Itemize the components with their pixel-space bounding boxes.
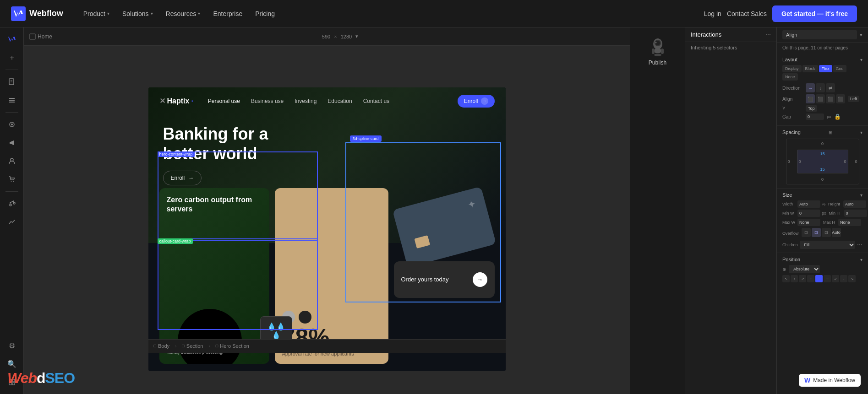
overflow-buttons: ⊡ ⊡ ⊡ Auto — [802, 228, 841, 237]
spacing-arrow-icon[interactable]: ▾ — [860, 130, 863, 135]
sidebar-layers-icon[interactable] — [4, 92, 20, 108]
width-field: Width % — [782, 200, 825, 208]
align-stretch-icon[interactable]: ⬛ — [836, 94, 845, 103]
height-input[interactable] — [843, 200, 866, 208]
get-started-button[interactable]: Get started — it's free — [772, 5, 857, 22]
pos-topcenter-icon[interactable]: ↑ — [791, 275, 798, 282]
align-y-row: Y Top — [782, 105, 863, 112]
spacing-expand-icon[interactable]: ⊞ — [829, 130, 832, 135]
pos-center-icon[interactable]: · — [815, 275, 823, 282]
pos-bottomcenter-icon[interactable]: ↓ — [840, 275, 847, 282]
contact-sales-link[interactable]: Contact Sales — [727, 10, 767, 17]
pos-topright-icon[interactable]: ↗ — [799, 275, 806, 282]
children-row: Children Fill ⋯ — [782, 241, 863, 249]
site-hero-enroll-button[interactable]: Enroll → — [163, 171, 202, 185]
sidebar-add-icon[interactable]: ＋ — [4, 49, 20, 66]
width-input[interactable] — [797, 200, 820, 208]
pos-bottomleft-icon[interactable]: ↙ — [832, 275, 839, 282]
sidebar-settings-icon[interactable]: ⚙ — [4, 337, 20, 354]
sidebar-webflow-icon[interactable] — [4, 31, 20, 48]
nav-item-solutions[interactable]: Solutions ▾ — [117, 7, 158, 20]
nav-item-product[interactable]: Product ▾ — [78, 7, 115, 20]
sidebar-pages-icon[interactable] — [4, 74, 20, 90]
direction-right-icon[interactable]: → — [806, 83, 815, 92]
site-enroll-button[interactable]: Enroll → — [458, 95, 495, 108]
nav-item-resources[interactable]: Resources ▾ — [160, 7, 206, 20]
gap-unit: px — [827, 114, 831, 119]
selector-input[interactable] — [782, 30, 857, 39]
direction-down-icon[interactable]: ↓ — [816, 83, 825, 92]
align-right-icon[interactable]: ⬛ — [826, 94, 835, 103]
site-nav-investing[interactable]: Investing — [295, 98, 317, 104]
position-dropdown[interactable]: Absolute — [789, 265, 820, 273]
sidebar-audio-icon[interactable] — [4, 195, 20, 212]
site-nav-education[interactable]: Education — [328, 98, 352, 104]
spacing-grid: 0 0 0 0 15 15 0 0 — [786, 139, 859, 184]
sidebar-megaphone-icon[interactable] — [4, 135, 20, 151]
children-dropdown[interactable]: Fill — [800, 241, 855, 249]
layout-btn-none[interactable]: None — [782, 73, 798, 81]
direction-arrows: → ↓ ⇌ — [806, 83, 835, 92]
minw-input[interactable] — [797, 210, 820, 217]
breadcrumb-hero-section[interactable]: □ Hero Section — [216, 343, 249, 349]
selector-chevron-icon[interactable]: ▾ — [860, 32, 863, 38]
position-arrow-icon[interactable]: ▾ — [860, 257, 863, 262]
overflow-auto-icon[interactable]: Auto — [832, 228, 841, 237]
layout-btn-display[interactable]: Display — [782, 65, 802, 72]
gap-input[interactable] — [806, 113, 824, 120]
size-arrow-icon[interactable]: ▾ — [860, 193, 863, 198]
sidebar-users-icon[interactable] — [4, 153, 20, 169]
overflow-hidden-icon[interactable]: ⊡ — [812, 228, 821, 237]
direction-wrap-icon[interactable]: ⇌ — [826, 83, 835, 92]
pos-left-icon[interactable]: ← — [807, 275, 814, 282]
maxh-input[interactable] — [838, 219, 861, 226]
pos-right-icon[interactable]: → — [824, 275, 831, 282]
publish-label[interactable]: Publish — [649, 59, 666, 66]
position-section: Position ▾ ⊕ Absolute ↖ ↑ ↗ ← · → ↙ ↓ — [777, 253, 868, 288]
site-nav-personal-use[interactable]: Personal use — [208, 98, 240, 104]
breadcrumb-body[interactable]: □ Body — [154, 343, 170, 349]
order-card-arrow-icon[interactable]: → — [473, 272, 487, 287]
bottom-watermark: WebdSEO — [7, 370, 75, 387]
sidebar-components-icon[interactable] — [4, 116, 20, 133]
maxw-input[interactable] — [797, 219, 820, 226]
minh-input[interactable] — [844, 210, 867, 217]
credit-card-chip — [414, 235, 430, 248]
layout-btn-flex[interactable]: Flex — [819, 65, 832, 72]
align-left-icon[interactable]: ⬛ — [806, 94, 815, 103]
sidebar-ecommerce-icon[interactable] — [4, 171, 20, 188]
breadcrumb-section[interactable]: □ Section — [182, 343, 203, 349]
padding-right-value: 0 — [844, 159, 846, 164]
made-in-webflow-badge[interactable]: W Made in Webflow — [799, 374, 861, 387]
nav-item-pricing[interactable]: Pricing — [250, 7, 280, 20]
main-layout: ＋ ⚙ 🔍 — [0, 27, 868, 394]
canvas-content[interactable]: hero-content-wrap callout-card-wrap 3d-s… — [24, 46, 630, 394]
breadcrumb[interactable]: Home — [29, 33, 52, 40]
children-options-icon[interactable]: ⋯ — [857, 242, 863, 248]
maxw-field: Max W — [782, 219, 820, 226]
overflow-scroll-icon[interactable]: ⊡ — [822, 228, 831, 237]
card-order[interactable]: Order yours today → — [394, 261, 495, 298]
nav-item-enterprise[interactable]: Enterprise — [207, 7, 248, 20]
made-in-webflow-text: Made in Webflow — [813, 377, 855, 383]
site-nav-contact[interactable]: Contact us — [363, 98, 389, 104]
canvas-bottom-toolbar: □ Body › □ Section › □ Hero Section — [148, 339, 506, 353]
site-nav-business-use[interactable]: Business use — [251, 98, 284, 104]
layout-section-arrow-icon[interactable]: ▾ — [860, 57, 863, 62]
pos-bottomright-icon[interactable]: ↘ — [848, 275, 856, 282]
layout-btn-block[interactable]: Block — [802, 65, 818, 72]
interactions-options-icon[interactable]: ⋯ — [765, 32, 771, 38]
pos-topleft-icon[interactable]: ↖ — [782, 275, 790, 282]
layout-options: Display Block Flex Grid None — [782, 65, 863, 81]
gap-lock-icon[interactable]: 🔒 — [834, 113, 841, 120]
login-link[interactable]: Log in — [704, 10, 721, 17]
layout-btn-grid[interactable]: Grid — [833, 65, 846, 72]
svg-point-10 — [13, 181, 14, 182]
nav-logo[interactable]: Webflow — [11, 6, 63, 21]
publish-icon-area[interactable]: Publish — [643, 31, 673, 70]
sidebar-analytics-icon[interactable] — [4, 214, 20, 230]
credit-card-visual: ✦ — [392, 186, 496, 267]
interactions-subtitle: Inheriting 5 selectors — [685, 42, 776, 53]
overflow-visible-icon[interactable]: ⊡ — [802, 228, 811, 237]
align-center-icon[interactable]: ⬛ — [816, 94, 825, 103]
